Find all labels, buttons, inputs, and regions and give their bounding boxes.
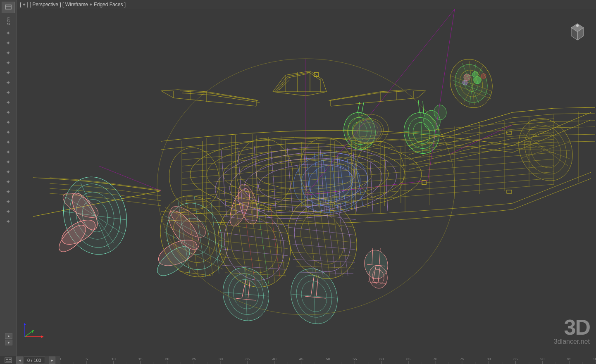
svg-text:25: 25 — [192, 357, 196, 361]
tool-asterisk-17: ✦ — [2, 187, 15, 196]
scroll-down-btn[interactable]: ▼ — [5, 340, 12, 345]
viewport-icon-btn[interactable] — [2, 2, 15, 13]
canvas-area[interactable]: 3D 3dlancer.net — [17, 9, 596, 356]
logo-site-text: 3dlancer.net — [554, 338, 590, 345]
logo-3d-text: 3D — [554, 316, 590, 338]
svg-text:45: 45 — [299, 357, 303, 361]
tool-asterisk-5: ✦ — [2, 68, 15, 77]
tool-asterisk-6: ✦ — [2, 78, 15, 87]
svg-text:30: 30 — [219, 357, 223, 361]
logo-3d: 3D 3dlancer.net — [554, 316, 590, 345]
svg-rect-251 — [9, 359, 11, 360]
timeline-prev-btn[interactable]: ◄ — [17, 357, 23, 364]
tool-asterisk-3: ✦ — [2, 48, 15, 57]
svg-point-176 — [474, 76, 481, 84]
tool-asterisk-2: ✦ — [2, 38, 15, 48]
tool-asterisk-11: ✦ — [2, 128, 15, 137]
tool-asterisk-7: ✦ — [2, 88, 15, 97]
svg-point-177 — [481, 74, 486, 79]
svg-rect-252 — [6, 361, 11, 362]
frame-counter: 0 / 100 — [24, 357, 45, 364]
svg-text:85: 85 — [513, 357, 517, 361]
svg-marker-246 — [24, 323, 26, 325]
tool-asterisk-12: ✦ — [2, 138, 15, 147]
svg-rect-249 — [5, 358, 12, 363]
tool-asterisk-13: ✦ — [2, 148, 15, 157]
svg-text:55: 55 — [353, 357, 357, 361]
svg-text:65: 65 — [406, 357, 410, 361]
keyframe-icon — [5, 357, 12, 363]
nav-cube[interactable] — [565, 19, 590, 44]
timeline-next-btn[interactable]: ► — [49, 357, 55, 364]
axis-widget — [21, 321, 50, 343]
bottom-bar: ◄ 0 / 100 ► — [0, 356, 596, 364]
tool-asterisk-14: ✦ — [2, 157, 15, 167]
svg-text:20: 20 — [165, 357, 169, 361]
tool-asterisk-19: ✦ — [2, 207, 15, 216]
scene-svg — [17, 9, 596, 356]
tool-asterisk-9: ✦ — [2, 108, 15, 117]
svg-text:5: 5 — [86, 357, 88, 361]
svg-rect-250 — [6, 359, 8, 360]
svg-text:0: 0 — [60, 357, 61, 361]
svg-text:15: 15 — [138, 357, 142, 361]
tool-asterisk-18: ✦ — [2, 197, 15, 206]
left-toolbar: zen ✦ ✦ ✦ ✦ ✦ ✦ ✦ ✦ ✦ ✦ ✦ ✦ ✦ ✦ ✦ ✦ ✦ ✦ … — [0, 0, 17, 356]
svg-text:100: 100 — [593, 357, 596, 361]
tool-asterisk-15: ✦ — [2, 167, 15, 176]
svg-marker-248 — [32, 330, 34, 333]
svg-text:75: 75 — [460, 357, 464, 361]
timeline-ruler[interactable]: 0 5 10 15 20 25 30 35 40 45 50 55 60 65 … — [60, 356, 596, 364]
tool-asterisk-4: ✦ — [2, 58, 15, 67]
svg-text:80: 80 — [487, 357, 491, 361]
viewport-header: [ + ] [ Perspective ] [ Wireframe + Edge… — [17, 0, 596, 9]
tool-asterisk-16: ✦ — [2, 177, 15, 186]
svg-text:60: 60 — [379, 357, 384, 361]
svg-text:35: 35 — [246, 357, 250, 361]
tool-asterisk-20: ✦ — [2, 217, 15, 226]
svg-text:50: 50 — [326, 357, 330, 361]
tool-asterisk-10: ✦ — [2, 118, 15, 127]
viewport[interactable]: [ + ] [ Perspective ] [ Wireframe + Edge… — [17, 0, 596, 356]
viewport-label: [ + ] [ Perspective ] [ Wireframe + Edge… — [20, 2, 126, 7]
svg-text:10: 10 — [112, 357, 116, 361]
svg-point-242 — [576, 24, 579, 27]
svg-text:70: 70 — [433, 357, 437, 361]
tool-asterisk-1: ✦ — [2, 29, 15, 38]
svg-text:95: 95 — [567, 357, 571, 361]
toolbar-label: zen — [6, 17, 10, 25]
svg-rect-0 — [5, 5, 11, 9]
tool-asterisk-8: ✦ — [2, 98, 15, 107]
svg-text:90: 90 — [540, 357, 544, 361]
svg-marker-244 — [41, 335, 43, 338]
svg-text:40: 40 — [272, 357, 277, 361]
scroll-up-btn[interactable]: ▲ — [5, 333, 12, 339]
